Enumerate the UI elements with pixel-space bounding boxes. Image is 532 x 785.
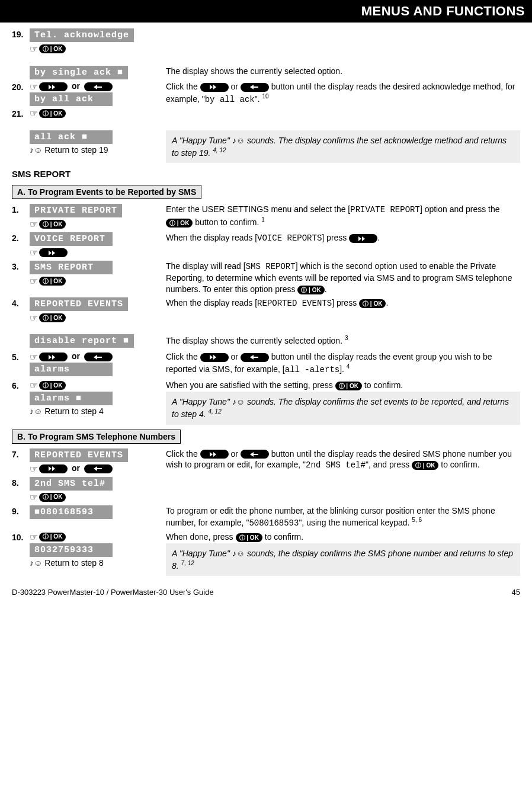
step-number: 9.	[12, 505, 30, 516]
back-button[interactable]	[84, 353, 113, 361]
step-description: Click the or button until the display re…	[154, 448, 520, 472]
step-description: The display shows the currently selected…	[154, 334, 520, 347]
svg-marker-25	[213, 452, 216, 457]
step-description: Click the or button until the display re…	[154, 351, 520, 375]
forward-button[interactable]	[200, 83, 229, 92]
svg-marker-4	[210, 85, 213, 89]
step-number: 21.	[12, 108, 30, 118]
step-description: The display shows the currently selected…	[154, 66, 520, 77]
step-description: To program or edit the phone number, at …	[154, 505, 520, 529]
forward-button[interactable]	[39, 82, 68, 91]
ok-button[interactable]: ⓘ | OK	[39, 44, 66, 53]
step-number: 7.	[12, 448, 30, 459]
svg-marker-20	[49, 466, 52, 471]
pointing-hand-icon: ☞	[30, 351, 38, 363]
lcd-display: disable report ■	[30, 334, 134, 348]
svg-marker-5	[213, 85, 216, 89]
ok-button[interactable]: ⓘ | OK	[39, 381, 66, 390]
svg-marker-9	[52, 251, 55, 255]
code-text: by all ack	[205, 95, 255, 104]
step-description: The display will read [SMS REPORT] which…	[154, 261, 520, 295]
or-label: or	[72, 81, 80, 91]
step-description: When the display reads [REPORTED EVENTS]…	[154, 297, 520, 309]
ok-button[interactable]: ⓘ | OK	[412, 461, 438, 470]
pointing-hand-icon: ☞	[30, 247, 38, 258]
step-number: 10.	[12, 531, 30, 542]
svg-marker-8	[49, 251, 52, 255]
forward-button[interactable]	[349, 234, 377, 243]
ok-button[interactable]: ⓘ | OK	[297, 286, 324, 294]
step-description: Click the or button until the display re…	[154, 81, 520, 105]
forward-button[interactable]	[200, 450, 229, 459]
svg-rect-15	[97, 357, 102, 358]
lcd-display: by single ack ■	[30, 66, 128, 79]
page-header: MENUS AND FUNCTIONS	[0, 0, 532, 23]
forward-button[interactable]	[39, 464, 68, 473]
sub-section-header: B. To Program SMS Telephone Numbers	[12, 430, 181, 444]
back-button[interactable]	[241, 450, 269, 459]
pointing-hand-icon: ☞	[30, 43, 38, 55]
svg-marker-0	[49, 85, 52, 89]
ok-button[interactable]: ⓘ | OK	[39, 220, 66, 229]
lcd-display: 8032759333	[30, 543, 113, 557]
back-button[interactable]	[241, 83, 269, 92]
lcd-display: Tel. acknowledge	[30, 28, 134, 42]
note-box: A "Happy Tune" ♪☺ sounds. The display co…	[166, 130, 520, 163]
ok-button[interactable]: ⓘ | OK	[39, 277, 66, 286]
back-button[interactable]	[84, 82, 113, 91]
note-box: A "Happy Tune" ♪☺ sounds. The display co…	[166, 392, 520, 424]
back-button[interactable]	[241, 353, 269, 362]
return-note: ♪☺ Return to step 8	[30, 558, 104, 568]
ok-button[interactable]: ⓘ | OK	[166, 219, 193, 228]
step-description: When the display reads [VOICE REPORTS] p…	[154, 232, 520, 244]
or-label: or	[72, 351, 80, 361]
lcd-display: SMS REPORT	[30, 261, 113, 274]
svg-rect-23	[97, 468, 102, 469]
ok-button[interactable]: ⓘ | OK	[39, 493, 66, 502]
step-number: 19.	[12, 28, 30, 39]
lcd-display: all ack ■	[30, 130, 113, 144]
pointing-hand-icon: ☞	[30, 81, 38, 92]
pointing-hand-icon: ☞	[30, 275, 38, 287]
section-title: SMS REPORT	[12, 169, 520, 179]
step-number: 3.	[12, 261, 30, 271]
page-content: 19. Tel. acknowledge ☞ⓘ | OK by single a…	[0, 23, 532, 584]
pointing-hand-icon: ☞	[30, 108, 38, 119]
lcd-display: by all ack	[30, 92, 113, 106]
lcd-display: 2nd SMS tel#	[30, 477, 113, 491]
step-description: Enter the USER SETTINGS menu and select …	[154, 204, 520, 228]
ok-button[interactable]: ⓘ | OK	[39, 109, 66, 118]
pointing-hand-icon: ☞	[30, 380, 38, 391]
svg-rect-7	[253, 86, 258, 88]
lcd-display: REPORTED EVENTS	[30, 297, 128, 311]
ok-button[interactable]: ⓘ | OK	[335, 382, 362, 390]
return-note: ♪☺ Return to step 19	[30, 145, 108, 155]
step-description: When you are satisfied with the setting,…	[154, 380, 520, 391]
note-box: A "Happy Tune" ♪☺ sounds, the display co…	[166, 543, 520, 576]
svg-marker-21	[52, 466, 55, 471]
svg-rect-3	[97, 86, 102, 88]
svg-marker-16	[210, 355, 213, 360]
ok-button[interactable]: ⓘ | OK	[39, 533, 66, 542]
ok-button[interactable]: ⓘ | OK	[359, 299, 386, 308]
pointing-hand-icon: ☞	[30, 463, 38, 475]
pointing-hand-icon: ☞	[30, 492, 38, 503]
svg-rect-27	[253, 454, 258, 455]
svg-rect-19	[253, 357, 258, 358]
or-label: or	[72, 463, 80, 473]
footer-doc-id: D-303223 PowerMaster-10 / PowerMaster-30…	[12, 588, 214, 597]
footer-page-number: 45	[512, 588, 520, 597]
ok-button[interactable]: ⓘ | OK	[236, 533, 262, 542]
step-number: 1.	[12, 204, 30, 214]
pointing-hand-icon: ☞	[30, 219, 38, 230]
lcd-display: PRIVATE REPORT	[30, 204, 122, 217]
svg-marker-12	[49, 355, 52, 360]
lcd-display: alarms	[30, 363, 113, 376]
forward-button[interactable]	[39, 248, 68, 257]
forward-button[interactable]	[39, 353, 68, 361]
back-button[interactable]	[84, 464, 113, 473]
svg-marker-1	[52, 85, 55, 89]
step-number: 20.	[12, 81, 30, 92]
ok-button[interactable]: ⓘ | OK	[39, 313, 66, 322]
forward-button[interactable]	[200, 353, 229, 362]
